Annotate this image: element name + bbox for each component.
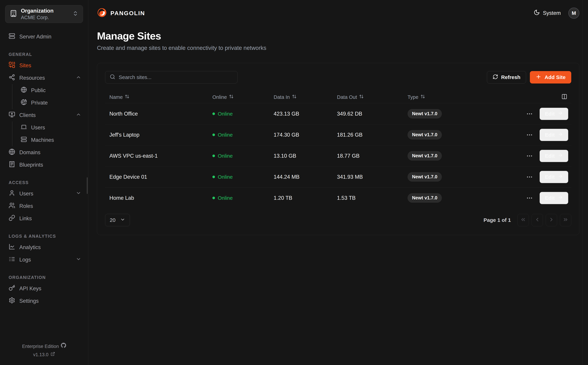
- chevrons-up-down-icon: [72, 11, 78, 18]
- edition-label: Enterprise Edition: [22, 342, 59, 351]
- search-box: [105, 71, 238, 84]
- last-page-button[interactable]: [560, 214, 571, 226]
- online-dot: [212, 197, 215, 199]
- sidebar-item-label: Public: [31, 87, 46, 93]
- sidebar-item-users[interactable]: Users: [9, 188, 81, 200]
- chevron-down-icon[interactable]: [76, 190, 81, 197]
- first-page-button[interactable]: [518, 214, 529, 226]
- edit-button[interactable]: Edit: [539, 108, 568, 120]
- sidebar-footer: Enterprise Edition v1.13.0: [0, 342, 88, 359]
- site-name: North Office: [105, 111, 208, 117]
- org-switcher[interactable]: Organization ACME Corp.: [5, 5, 83, 23]
- sidebar-nav: Server Admin GENERAL Sites Resources Pub…: [0, 23, 88, 342]
- sidebar-item-domains[interactable]: Domains: [9, 146, 81, 159]
- sidebar-item-label: Sites: [19, 63, 31, 69]
- users-icon: [9, 202, 15, 210]
- arrow-right-icon: [558, 174, 563, 180]
- edit-button[interactable]: Edit: [539, 192, 568, 204]
- theme-toggle[interactable]: System: [534, 9, 561, 17]
- sidebar-item-links[interactable]: Links: [9, 212, 81, 225]
- sidebar-item-resources[interactable]: Resources: [9, 72, 81, 84]
- sidebar-item-label: Analytics: [19, 244, 41, 251]
- sidebar-item-sites[interactable]: Sites: [9, 59, 81, 72]
- sidebar-item-label: Clients: [19, 112, 36, 118]
- chevron-up-icon[interactable]: [76, 112, 81, 119]
- site-name: Home Lab: [105, 195, 208, 201]
- sidebar-item-machines[interactable]: Machines: [21, 134, 81, 146]
- main-content: PANGOLIN System M Manage Sites Create an…: [88, 0, 588, 365]
- edit-button[interactable]: Edit: [539, 129, 568, 141]
- chevron-down-icon[interactable]: [76, 256, 81, 263]
- globe-icon: [21, 87, 27, 94]
- sidebar: Organization ACME Corp. Server Admin GEN…: [0, 0, 88, 365]
- sidebar-item-analytics[interactable]: Analytics: [9, 241, 81, 253]
- resources-subnav: Public Private: [12, 84, 81, 109]
- prev-page-button[interactable]: [532, 214, 543, 226]
- sidebar-item-roles[interactable]: Roles: [9, 200, 81, 212]
- sort-icon: [125, 94, 129, 100]
- sidebar-item-blueprints[interactable]: Blueprints: [9, 159, 81, 171]
- column-header-name[interactable]: Name: [105, 94, 208, 100]
- sites-card: Refresh Add Site Name Online D: [97, 63, 579, 235]
- ellipsis-icon[interactable]: [526, 131, 533, 138]
- page-size-select[interactable]: 20: [105, 214, 130, 226]
- sidebar-item-api-keys[interactable]: API Keys: [9, 282, 81, 295]
- sidebar-item-client-users[interactable]: Users: [21, 121, 81, 134]
- next-page-button[interactable]: [546, 214, 557, 226]
- github-icon[interactable]: [61, 342, 66, 351]
- key-icon: [9, 285, 15, 293]
- refresh-label: Refresh: [501, 74, 521, 80]
- table-header-row: Name Online Data In Data Out Type: [105, 91, 571, 103]
- online-dot: [212, 133, 215, 136]
- sidebar-item-label: Resources: [19, 75, 45, 81]
- sites-table: Name Online Data In Data Out Type: [105, 91, 571, 208]
- sidebar-item-label: Blueprints: [19, 162, 43, 168]
- building-icon: [10, 10, 17, 18]
- sidebar-item-label: Private: [31, 100, 48, 106]
- chevron-up-icon[interactable]: [76, 75, 81, 81]
- ellipsis-icon[interactable]: [526, 110, 533, 117]
- external-link-icon[interactable]: [50, 351, 55, 359]
- logs-icon: [9, 256, 15, 264]
- sidebar-item-public[interactable]: Public: [21, 84, 81, 97]
- ellipsis-icon[interactable]: [526, 174, 533, 180]
- server-icon: [9, 33, 15, 41]
- plus-icon: [536, 74, 541, 81]
- avatar[interactable]: M: [568, 7, 579, 19]
- sort-icon: [420, 94, 425, 100]
- column-header-online[interactable]: Online: [208, 94, 269, 100]
- sidebar-item-logs[interactable]: Logs: [9, 253, 81, 266]
- ellipsis-icon[interactable]: [526, 153, 533, 159]
- page-subtitle: Create and manage sites to enable connec…: [97, 45, 579, 51]
- column-header-data-out[interactable]: Data Out: [333, 94, 403, 100]
- sites-toolbar: Refresh Add Site: [105, 71, 571, 84]
- sidebar-item-label: Links: [19, 215, 32, 222]
- edit-button[interactable]: Edit: [539, 150, 568, 162]
- sidebar-item-private[interactable]: Private: [21, 97, 81, 109]
- sidebar-item-clients[interactable]: Clients: [9, 109, 81, 121]
- arrow-right-icon: [558, 153, 563, 159]
- sidebar-scrollbar-thumb[interactable]: [87, 177, 88, 194]
- chevrons-left-icon: [520, 217, 526, 224]
- site-type: Newt v1.7.0: [403, 109, 499, 119]
- arrow-right-icon: [558, 132, 563, 138]
- add-site-button[interactable]: Add Site: [530, 71, 571, 84]
- sidebar-item-server-admin[interactable]: Server Admin: [9, 30, 81, 43]
- column-settings-button[interactable]: [499, 94, 571, 101]
- column-header-data-in[interactable]: Data In: [269, 94, 333, 100]
- site-data-out: 349.62 DB: [333, 111, 403, 117]
- search-input[interactable]: [119, 74, 233, 80]
- refresh-button[interactable]: Refresh: [487, 71, 526, 84]
- search-icon: [110, 74, 115, 81]
- site-data-out: 1.53 TB: [333, 195, 403, 201]
- ellipsis-icon[interactable]: [526, 195, 533, 202]
- sidebar-item-settings[interactable]: Settings: [9, 295, 81, 307]
- globe-lock-icon: [21, 99, 27, 107]
- sidebar-item-label: Machines: [31, 137, 54, 143]
- site-data-out: 181.26 GB: [333, 132, 403, 138]
- edit-button[interactable]: Edit: [539, 171, 568, 183]
- sidebar-item-label: Server Admin: [19, 34, 51, 40]
- chart-line-icon: [9, 243, 15, 251]
- column-header-type[interactable]: Type: [403, 94, 499, 100]
- site-data-in: 1.20 TB: [269, 195, 333, 201]
